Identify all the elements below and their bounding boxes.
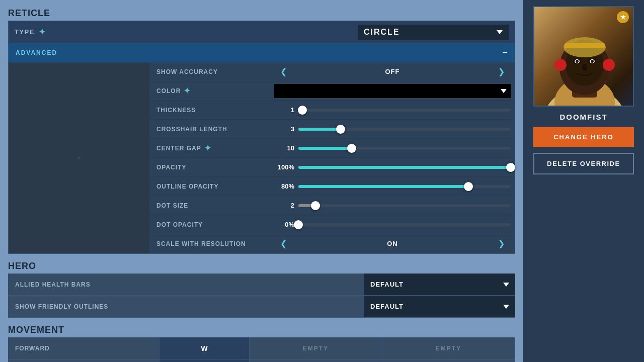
thickness-value: 1: [274, 106, 294, 114]
friendly-outlines-value: DEFAULT: [370, 303, 404, 310]
scale-resolution-row: SCALE WITH RESOLUTION ❮ ON ❯: [149, 234, 515, 253]
type-label: TYPE ✦: [15, 27, 358, 37]
reticle-title: RETICLE: [8, 8, 515, 19]
color-control[interactable]: [270, 84, 515, 98]
scale-resolution-value: ON: [387, 240, 398, 247]
show-accuracy-control[interactable]: ❮ OFF ❯: [270, 65, 515, 78]
dot-size-value: 2: [274, 202, 294, 209]
back-empty-1[interactable]: EMPTY: [250, 359, 382, 362]
chevron-down-icon: [497, 30, 503, 34]
scale-left-arrow-icon[interactable]: ❮: [276, 237, 291, 250]
scale-right-arrow-icon[interactable]: ❯: [494, 237, 509, 250]
movement-section-wrapper: MOVEMENT FORWARD W EMPTY EMPTY BACK S EM…: [8, 325, 515, 362]
movement-section-title: MOVEMENT: [8, 325, 515, 335]
advanced-content: SHOW ACCURACY ❮ OFF ❯ COLOR: [9, 62, 515, 253]
crosshair-length-control: 3: [270, 125, 515, 133]
opacity-label: OPACITY: [149, 164, 270, 171]
center-gap-row: CENTER GAP ✦ 10: [149, 139, 515, 158]
svg-point-11: [591, 60, 594, 63]
forward-empty-2[interactable]: EMPTY: [382, 337, 515, 359]
type-dropdown[interactable]: CIRCLE: [358, 25, 509, 40]
right-panel: ★ DOOMFIST CHANGE HERO DELETE OVERRIDE: [523, 0, 644, 362]
allied-health-dropdown[interactable]: DEFAULT: [364, 274, 515, 295]
svg-point-10: [576, 60, 579, 63]
show-accuracy-row: SHOW ACCURACY ❮ OFF ❯: [149, 62, 515, 81]
color-row: COLOR ✦: [149, 81, 515, 101]
forward-row: FORWARD W EMPTY EMPTY: [8, 337, 515, 359]
scale-resolution-label: SCALE WITH RESOLUTION: [149, 240, 270, 247]
back-empty-2[interactable]: EMPTY: [382, 359, 515, 362]
thickness-row: THICKNESS 1: [149, 101, 515, 120]
svg-point-15: [603, 59, 615, 71]
movement-section: FORWARD W EMPTY EMPTY BACK S EMPTY EMPTY: [8, 337, 515, 362]
back-key[interactable]: S: [159, 359, 250, 362]
opacity-value: 100%: [274, 163, 294, 171]
dot-opacity-row: DOT OPACITY 0%: [149, 215, 515, 234]
scale-resolution-control[interactable]: ❮ ON ❯: [270, 237, 515, 250]
svg-point-12: [582, 64, 587, 71]
right-arrow-icon[interactable]: ❯: [494, 65, 509, 78]
show-accuracy-toggle[interactable]: ❮ OFF ❯: [274, 65, 511, 78]
left-arrow-icon[interactable]: ❮: [276, 65, 291, 78]
outline-opacity-control: 80%: [270, 183, 515, 190]
friendly-outlines-label: SHOW FRIENDLY OUTLINES: [8, 303, 364, 310]
type-row: TYPE ✦ CIRCLE: [9, 21, 515, 43]
allied-health-label: ALLIED HEALTH BARS: [8, 281, 364, 288]
hero-portrait: ★: [533, 6, 634, 107]
crosshair-length-row: CROSSHAIR LENGTH 3: [149, 120, 515, 139]
show-accuracy-value: OFF: [385, 68, 400, 75]
preview-dot: [77, 156, 80, 159]
back-row: BACK S EMPTY EMPTY: [8, 359, 515, 362]
hero-section-title: HERO: [8, 261, 515, 272]
allied-health-row: ALLIED HEALTH BARS DEFAULT: [8, 274, 515, 296]
dot-size-row: DOT SIZE 2: [149, 196, 515, 215]
opacity-row: OPACITY 100%: [149, 158, 515, 177]
hero-section-wrapper: HERO ALLIED HEALTH BARS DEFAULT SHOW FRI…: [8, 261, 515, 318]
reticle-container: TYPE ✦ CIRCLE ADVANCED −: [8, 21, 515, 254]
reticle-section: RETICLE TYPE ✦ CIRCLE ADVANCED −: [8, 8, 515, 254]
svg-point-14: [554, 59, 567, 71]
change-hero-button[interactable]: CHANGE HERO: [533, 127, 634, 147]
hero-name: DOOMFIST: [559, 113, 607, 121]
main-panel: RETICLE TYPE ✦ CIRCLE ADVANCED −: [0, 0, 523, 362]
gold-star-icon: ★: [617, 11, 629, 23]
dot-opacity-label: DOT OPACITY: [149, 221, 270, 228]
type-value: CIRCLE: [364, 28, 400, 37]
center-gap-asterisk: ✦: [204, 143, 211, 153]
color-chevron-icon: [501, 89, 507, 93]
crosshair-length-label: CROSSHAIR LENGTH: [149, 126, 270, 133]
dot-opacity-slider[interactable]: [298, 223, 511, 226]
thickness-label: THICKNESS: [149, 107, 270, 114]
opacity-slider[interactable]: [298, 166, 511, 169]
color-dropdown[interactable]: [274, 84, 511, 98]
forward-key[interactable]: W: [159, 337, 250, 359]
show-accuracy-label: SHOW ACCURACY: [149, 68, 270, 75]
outline-opacity-row: OUTLINE OPACITY 80%: [149, 177, 515, 196]
center-gap-label: CENTER GAP ✦: [149, 143, 270, 153]
friendly-outlines-dropdown[interactable]: DEFAULT: [364, 296, 515, 317]
hero-section: ALLIED HEALTH BARS DEFAULT SHOW FRIENDLY…: [8, 274, 515, 318]
opacity-control: 100%: [270, 163, 515, 171]
collapse-icon[interactable]: −: [502, 47, 508, 58]
dot-opacity-value: 0%: [274, 221, 294, 228]
crosshair-length-slider[interactable]: [298, 128, 511, 131]
advanced-label: ADVANCED: [16, 49, 57, 56]
crosshair-length-value: 3: [274, 125, 294, 133]
allied-health-value: DEFAULT: [370, 281, 404, 288]
scale-resolution-toggle[interactable]: ❮ ON ❯: [274, 237, 511, 250]
dot-size-label: DOT SIZE: [149, 202, 270, 209]
dot-size-slider[interactable]: [298, 204, 511, 207]
settings-table: SHOW ACCURACY ❮ OFF ❯ COLOR: [149, 62, 515, 253]
advanced-header: ADVANCED −: [9, 43, 515, 62]
outline-opacity-slider[interactable]: [298, 185, 511, 188]
forward-label: FORWARD: [8, 345, 159, 352]
forward-empty-1[interactable]: EMPTY: [250, 337, 382, 359]
color-label: COLOR ✦: [149, 86, 270, 96]
outline-opacity-label: OUTLINE OPACITY: [149, 183, 270, 190]
center-gap-control: 10: [270, 144, 515, 152]
delete-override-button[interactable]: DELETE OVERRIDE: [533, 153, 634, 174]
crosshair-preview: [9, 62, 149, 253]
center-gap-slider[interactable]: [298, 147, 511, 150]
thickness-slider[interactable]: [298, 109, 511, 112]
dot-opacity-control: 0%: [270, 221, 515, 228]
